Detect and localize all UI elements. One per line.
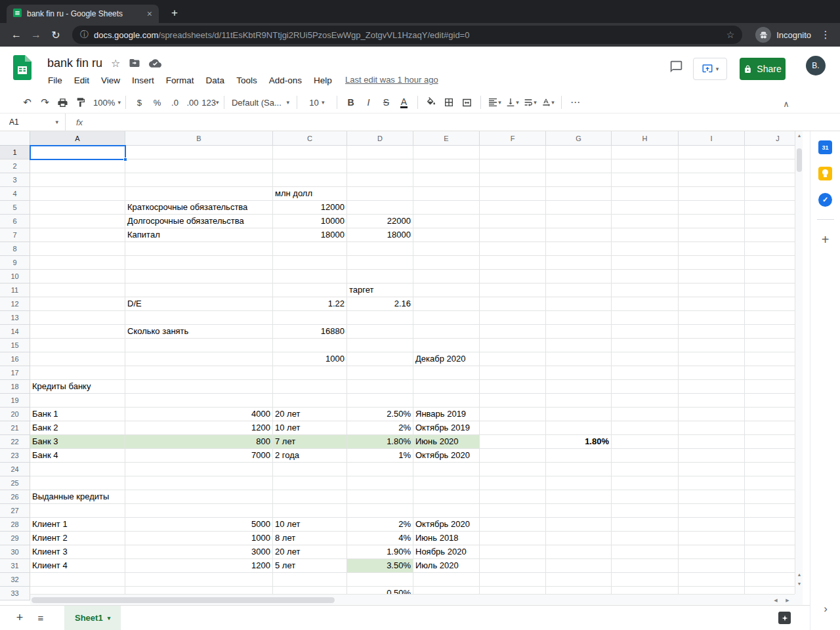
row-header-5[interactable]: 5 bbox=[0, 201, 30, 215]
cell-C1[interactable] bbox=[273, 146, 347, 159]
cell-E29[interactable]: Июнь 2018 bbox=[413, 532, 480, 545]
cell-H21[interactable] bbox=[612, 421, 679, 435]
row-header-15[interactable]: 15 bbox=[0, 339, 30, 352]
cell-D25[interactable] bbox=[347, 476, 413, 490]
cell-A25[interactable] bbox=[30, 476, 125, 490]
cell-H8[interactable] bbox=[612, 242, 679, 256]
cell-C11[interactable] bbox=[273, 284, 347, 297]
cell-C26[interactable] bbox=[273, 490, 347, 504]
cell-H22[interactable] bbox=[612, 435, 679, 449]
cell-F19[interactable] bbox=[480, 394, 546, 408]
menu-edit[interactable]: Edit bbox=[68, 75, 95, 85]
cell-G28[interactable] bbox=[546, 518, 612, 532]
cell-A31[interactable]: Клиент 4 bbox=[30, 559, 125, 573]
add-sheet-icon[interactable]: + bbox=[10, 609, 29, 627]
scroll-right-icon[interactable]: ▶ bbox=[783, 598, 792, 603]
cell-B27[interactable] bbox=[125, 504, 273, 518]
cell-B19[interactable] bbox=[125, 394, 273, 408]
move-folder-icon[interactable] bbox=[129, 57, 140, 69]
cell-C18[interactable] bbox=[273, 380, 347, 394]
cell-A12[interactable] bbox=[30, 297, 125, 311]
cell-D32[interactable] bbox=[347, 573, 413, 587]
cell-C14[interactable]: 16880 bbox=[273, 325, 347, 339]
cell-E21[interactable]: Октябрь 2019 bbox=[413, 421, 480, 435]
row-header-20[interactable]: 20 bbox=[0, 408, 30, 421]
row-header-28[interactable]: 28 bbox=[0, 518, 30, 532]
row-header-16[interactable]: 16 bbox=[0, 352, 30, 366]
cell-A2[interactable] bbox=[30, 159, 125, 173]
cell-D30[interactable]: 1.90% bbox=[347, 545, 413, 559]
cell-E22[interactable]: Июнь 2020 bbox=[413, 435, 480, 449]
cell-D27[interactable] bbox=[347, 504, 413, 518]
cell-E26[interactable] bbox=[413, 490, 480, 504]
cell-D21[interactable]: 2% bbox=[347, 421, 413, 435]
cell-F14[interactable] bbox=[480, 325, 546, 339]
row-header-3[interactable]: 3 bbox=[0, 173, 30, 187]
column-header-G[interactable]: G bbox=[546, 131, 612, 146]
cell-D12[interactable]: 2.16 bbox=[347, 297, 413, 311]
row-header-12[interactable]: 12 bbox=[0, 297, 30, 311]
row-header-23[interactable]: 23 bbox=[0, 449, 30, 463]
cell-A13[interactable] bbox=[30, 311, 125, 325]
cell-D16[interactable] bbox=[347, 352, 413, 366]
cell-H10[interactable] bbox=[612, 270, 679, 284]
cell-H15[interactable] bbox=[612, 339, 679, 352]
cell-J27[interactable] bbox=[745, 504, 803, 518]
sheets-logo-icon[interactable] bbox=[13, 55, 32, 83]
font-size-select[interactable]: 10 ▾ bbox=[302, 94, 332, 110]
cell-H20[interactable] bbox=[612, 408, 679, 421]
side-panel-collapse-icon[interactable]: › bbox=[810, 602, 840, 616]
increase-decimals-button[interactable]: .00 bbox=[184, 94, 201, 110]
cell-C31[interactable]: 5 лет bbox=[273, 559, 347, 573]
cell-J9[interactable] bbox=[745, 256, 803, 270]
cell-A22[interactable]: Банк 3 bbox=[30, 435, 125, 449]
cell-D29[interactable]: 4% bbox=[347, 532, 413, 545]
scroll-left-icon[interactable]: ◀ bbox=[771, 598, 780, 603]
cell-E23[interactable]: Октябрь 2020 bbox=[413, 449, 480, 463]
cell-G4[interactable] bbox=[546, 187, 612, 201]
cell-G7[interactable] bbox=[546, 228, 612, 242]
cell-J29[interactable] bbox=[745, 532, 803, 545]
cell-G15[interactable] bbox=[546, 339, 612, 352]
cell-J21[interactable] bbox=[745, 421, 803, 435]
cell-F32[interactable] bbox=[480, 573, 546, 587]
cell-I1[interactable] bbox=[679, 146, 745, 159]
menu-data[interactable]: Data bbox=[200, 75, 231, 85]
row-header-10[interactable]: 10 bbox=[0, 270, 30, 284]
cell-I6[interactable] bbox=[679, 215, 745, 228]
cell-F3[interactable] bbox=[480, 173, 546, 187]
cell-G6[interactable] bbox=[546, 215, 612, 228]
cell-J14[interactable] bbox=[745, 325, 803, 339]
cell-F31[interactable] bbox=[480, 559, 546, 573]
cell-I4[interactable] bbox=[679, 187, 745, 201]
cell-D23[interactable]: 1% bbox=[347, 449, 413, 463]
more-toolbar-icon[interactable]: ⋯ bbox=[566, 94, 584, 110]
cell-C25[interactable] bbox=[273, 476, 347, 490]
cell-G5[interactable] bbox=[546, 201, 612, 215]
cell-F18[interactable] bbox=[480, 380, 546, 394]
cell-F12[interactable] bbox=[480, 297, 546, 311]
cell-F13[interactable] bbox=[480, 311, 546, 325]
cell-J7[interactable] bbox=[745, 228, 803, 242]
menu-file[interactable]: File bbox=[42, 75, 68, 85]
cell-B22[interactable]: 800 bbox=[125, 435, 273, 449]
cell-D22[interactable]: 1.80% bbox=[347, 435, 413, 449]
cell-B1[interactable] bbox=[125, 146, 273, 159]
cell-E1[interactable] bbox=[413, 146, 480, 159]
cell-B18[interactable] bbox=[125, 380, 273, 394]
merge-cells-icon[interactable] bbox=[458, 94, 476, 110]
cell-F5[interactable] bbox=[480, 201, 546, 215]
cell-C28[interactable]: 10 лет bbox=[273, 518, 347, 532]
row-header-4[interactable]: 4 bbox=[0, 187, 30, 201]
cell-B17[interactable] bbox=[125, 366, 273, 380]
menu-tools[interactable]: Tools bbox=[230, 75, 263, 85]
cell-I3[interactable] bbox=[679, 173, 745, 187]
cell-E18[interactable] bbox=[413, 380, 480, 394]
cell-B2[interactable] bbox=[125, 159, 273, 173]
cell-G1[interactable] bbox=[546, 146, 612, 159]
cell-I21[interactable] bbox=[679, 421, 745, 435]
cell-F4[interactable] bbox=[480, 187, 546, 201]
cell-F30[interactable] bbox=[480, 545, 546, 559]
cell-G23[interactable] bbox=[546, 449, 612, 463]
cell-C6[interactable]: 10000 bbox=[273, 215, 347, 228]
